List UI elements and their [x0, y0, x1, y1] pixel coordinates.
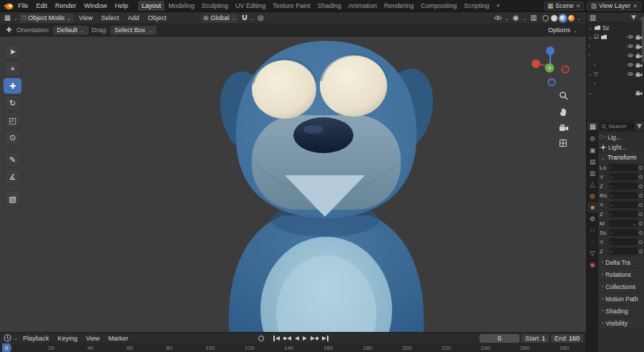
- gizmo-z-axis[interactable]: [546, 47, 555, 55]
- workspace-tab-layout[interactable]: Layout: [138, 1, 165, 11]
- animate-dot[interactable]: [639, 185, 643, 188]
- overlays-icon[interactable]: ◉: [511, 14, 520, 23]
- tab-tool[interactable]: ⚙: [587, 134, 598, 144]
- rotation-x-field[interactable]: ▫: [609, 192, 638, 199]
- chevron-right-icon[interactable]: ›: [588, 44, 590, 49]
- eye-icon[interactable]: [627, 53, 634, 58]
- drag-dropdown[interactable]: Select Box ⌄: [110, 26, 157, 35]
- workspace-tab-shading[interactable]: Shading: [314, 1, 345, 11]
- lock-icon[interactable]: ▫: [610, 212, 612, 217]
- orientation-dropdown[interactable]: Default ⌄: [53, 26, 89, 35]
- animate-dot[interactable]: [639, 175, 643, 179]
- blender-logo-icon[interactable]: [3, 2, 14, 10]
- tool-select-box[interactable]: ➤: [4, 44, 21, 59]
- tool-measure[interactable]: ∡: [4, 169, 21, 185]
- scene-selector[interactable]: ▦ Scene ✕: [544, 1, 585, 11]
- eye-icon[interactable]: [627, 72, 634, 77]
- mode-selector[interactable]: □ Object Mode ⌄: [19, 14, 74, 23]
- tab-physics[interactable]: ◌: [587, 237, 598, 247]
- rotation-y-field[interactable]: ▫: [609, 201, 638, 208]
- menu-help[interactable]: Help: [112, 1, 132, 10]
- workspace-tab-modeling[interactable]: Modeling: [165, 1, 198, 11]
- menu-render[interactable]: Render: [52, 1, 80, 10]
- menu-playback[interactable]: Playback: [19, 334, 53, 343]
- jump-to-start-button[interactable]: [273, 334, 280, 343]
- animate-dot[interactable]: [639, 250, 643, 253]
- tool-transform[interactable]: ⊙: [4, 129, 21, 145]
- breadcrumb[interactable]: Light...: [599, 142, 643, 152]
- checkbox-icon[interactable]: ☑: [594, 34, 599, 40]
- tab-scene[interactable]: △: [587, 180, 598, 190]
- character-model[interactable]: [0, 36, 586, 332]
- lock-icon[interactable]: ▫: [610, 165, 612, 170]
- xray-icon[interactable]: ▥: [529, 14, 538, 23]
- outliner-row-collection[interactable]: ⌄ ☑: [587, 32, 644, 41]
- tool-scale[interactable]: ◰: [4, 112, 21, 128]
- start-frame-field[interactable]: Start 1: [522, 334, 549, 343]
- shading-rendered-button[interactable]: [568, 15, 575, 21]
- transform-panel-header[interactable]: ⌄ Transform: [599, 152, 643, 162]
- location-z-field[interactable]: ▫: [609, 182, 638, 190]
- properties-editor-icon[interactable]: ▦: [588, 122, 597, 131]
- lock-icon[interactable]: ▫: [610, 249, 612, 254]
- outliner-row-object[interactable]: ›: [587, 60, 644, 69]
- camera-restrict-icon[interactable]: [635, 72, 643, 77]
- tool-cursor[interactable]: ⌖: [4, 61, 21, 77]
- lock-icon[interactable]: ▫: [610, 175, 612, 180]
- timeline-ruler[interactable]: 0 0 20 40 60 80 100 120 140 160 180 200 …: [0, 343, 586, 352]
- outliner-row-object[interactable]: ›: [587, 79, 644, 88]
- animate-dot[interactable]: [639, 222, 643, 225]
- scale-y-field[interactable]: ▫: [609, 238, 638, 245]
- workspace-tab-animation[interactable]: Animation: [345, 1, 381, 11]
- tool-add-cube[interactable]: ▧: [4, 191, 21, 207]
- lock-icon[interactable]: ▫: [610, 202, 612, 207]
- outliner-editor-icon[interactable]: ▥: [588, 13, 597, 22]
- snap-magnet-icon[interactable]: [240, 14, 249, 23]
- 3d-viewport[interactable]: ➤ ⌖ ✚ ↻ ◰ ⊙ ✎ ∡ ▧: [0, 36, 586, 332]
- workspace-tab-sculpting[interactable]: Sculpting: [198, 1, 232, 11]
- rotation-z-field[interactable]: ▫: [609, 210, 638, 217]
- animate-dot[interactable]: [639, 203, 643, 207]
- close-icon[interactable]: ✕: [633, 3, 638, 9]
- camera-restrict-icon[interactable]: [635, 90, 643, 96]
- lock-icon[interactable]: ▫: [610, 193, 612, 198]
- animate-dot[interactable]: [639, 166, 643, 170]
- tab-view-layer[interactable]: ▥: [587, 168, 598, 178]
- tab-material[interactable]: ◉: [587, 260, 598, 270]
- workspace-tab-rendering[interactable]: Rendering: [381, 1, 418, 11]
- tab-particles[interactable]: ∷: [587, 225, 598, 235]
- breadcrumb[interactable]: □ › Lig...: [599, 132, 643, 142]
- outliner-row-scene-collection[interactable]: ⌄ Sc: [587, 23, 644, 32]
- visibility-eye-icon[interactable]: [493, 14, 502, 23]
- section-delta-transform[interactable]: › Delta Tra: [599, 257, 643, 268]
- camera-view-icon[interactable]: [559, 124, 569, 132]
- eye-icon[interactable]: [627, 34, 634, 39]
- add-workspace-button[interactable]: +: [492, 1, 503, 11]
- animate-dot[interactable]: [639, 194, 643, 197]
- menu-edit[interactable]: Edit: [33, 1, 52, 10]
- shading-solid-button[interactable]: [551, 15, 557, 21]
- tab-world[interactable]: ◍: [587, 191, 598, 201]
- outliner-row-object[interactable]: ›: [587, 41, 644, 51]
- play-button[interactable]: [303, 334, 307, 343]
- section-motion-paths[interactable]: › Motion Path: [599, 293, 643, 304]
- menu-marker[interactable]: Marker: [104, 334, 132, 343]
- section-visibility[interactable]: › Visibility: [599, 318, 643, 328]
- outliner-row-light[interactable]: ⌄ ▽: [587, 69, 644, 79]
- zoom-icon[interactable]: [559, 91, 568, 100]
- tab-object-data[interactable]: ▽: [587, 248, 598, 258]
- outliner-row-camera[interactable]: ⌄: [587, 88, 644, 97]
- menu-object[interactable]: Object: [145, 14, 170, 22]
- jump-to-end-button[interactable]: [322, 334, 328, 343]
- pan-hand-icon[interactable]: [559, 107, 568, 117]
- workspace-tab-compositing[interactable]: Compositing: [417, 1, 460, 11]
- menu-view[interactable]: View: [75, 14, 96, 22]
- chevron-right-icon[interactable]: ›: [588, 53, 590, 58]
- rotation-mode-dropdown[interactable]: ⌄: [609, 220, 638, 227]
- editor-type-icon[interactable]: ▦: [3, 14, 12, 23]
- menu-file[interactable]: File: [14, 1, 32, 10]
- workspace-tab-uv-editing[interactable]: UV Editing: [232, 1, 270, 11]
- menu-select[interactable]: Select: [98, 14, 123, 22]
- tool-move[interactable]: ✚: [4, 78, 21, 94]
- lock-icon[interactable]: ▫: [610, 240, 612, 245]
